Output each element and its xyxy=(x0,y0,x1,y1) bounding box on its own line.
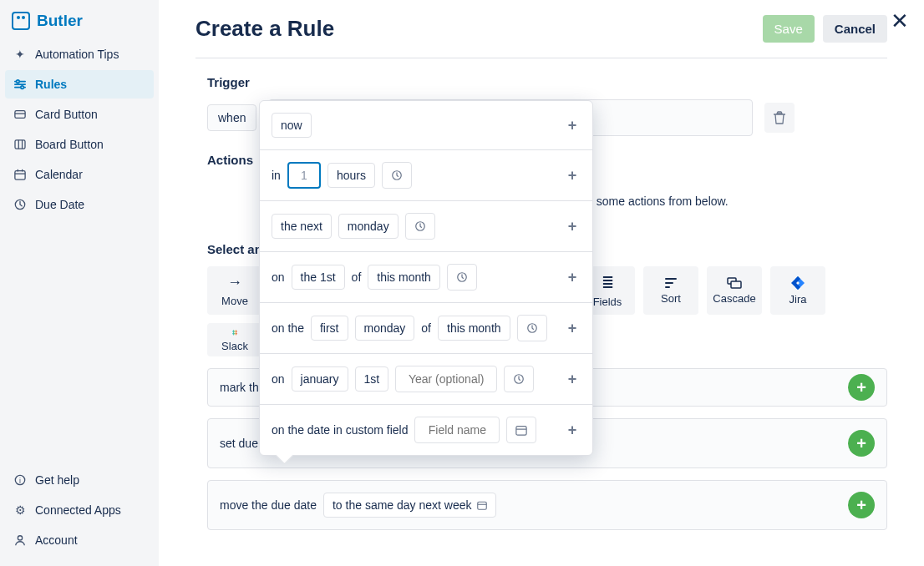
category-sort[interactable]: Sort xyxy=(643,266,698,315)
sidebar-item-label: Rules xyxy=(35,78,67,91)
close-icon[interactable]: ✕ xyxy=(891,8,909,34)
chip-this-month[interactable]: this month xyxy=(438,316,510,341)
label-custom-field: on the date in custom field xyxy=(272,423,408,437)
chip-monday[interactable]: monday xyxy=(338,214,399,239)
action-text: set due xyxy=(220,437,258,450)
slack-icon: ⌗ xyxy=(232,327,237,338)
popover-row-on-date: on january 1st + xyxy=(260,354,592,405)
clock-chip[interactable] xyxy=(382,162,412,189)
category-slack[interactable]: ⌗ Slack xyxy=(207,323,262,356)
sidebar-item-apps[interactable]: ⚙ Connected Apps xyxy=(5,496,154,524)
chip-year[interactable] xyxy=(395,366,497,392)
sidebar-item-label: Calendar xyxy=(35,168,83,181)
sidebar-item-due-date[interactable]: Due Date xyxy=(5,190,154,219)
chip-monday[interactable]: monday xyxy=(355,316,415,341)
svg-text:i: i xyxy=(19,477,21,485)
sidebar-item-account[interactable]: Account xyxy=(5,526,154,554)
save-button[interactable]: Save xyxy=(763,15,815,43)
chip-number-input[interactable] xyxy=(287,162,321,189)
card-icon xyxy=(13,108,27,121)
svg-rect-4 xyxy=(15,140,25,149)
svg-rect-2 xyxy=(15,111,25,119)
add-option-button[interactable]: + xyxy=(564,218,581,235)
popover-row-in-hours: in hours + xyxy=(260,150,592,201)
board-icon xyxy=(13,138,27,151)
hours-value-input[interactable] xyxy=(297,168,312,183)
chip-the-1st[interactable]: the 1st xyxy=(292,265,345,290)
brand-title: Butler xyxy=(37,12,83,30)
add-action-button[interactable]: + xyxy=(848,374,875,401)
sidebar-item-card-button[interactable]: Card Button xyxy=(5,100,154,129)
field-name-input[interactable] xyxy=(424,422,490,437)
sidebar-item-label: Connected Apps xyxy=(35,503,121,517)
jira-icon xyxy=(791,276,805,290)
label-in: in xyxy=(272,169,281,182)
clock-chip[interactable] xyxy=(405,213,435,240)
svg-point-14 xyxy=(18,536,22,540)
cancel-button[interactable]: Cancel xyxy=(823,15,887,43)
add-option-button[interactable]: + xyxy=(564,371,581,387)
clock-chip[interactable] xyxy=(504,366,534,392)
svg-rect-16 xyxy=(731,281,741,288)
nav-bottom: i Get help ⚙ Connected Apps Account xyxy=(5,466,154,554)
chip-hours[interactable]: hours xyxy=(327,163,375,188)
add-action-button[interactable]: + xyxy=(848,492,875,518)
trigger-label: Trigger xyxy=(207,75,887,89)
category-jira[interactable]: Jira xyxy=(770,266,825,315)
label-of: of xyxy=(421,321,431,335)
clock-icon xyxy=(13,198,27,211)
sidebar-item-tips[interactable]: ✦ Automation Tips xyxy=(5,40,154,68)
brand: Butler xyxy=(5,12,154,40)
svg-point-0 xyxy=(17,80,20,83)
add-option-button[interactable]: + xyxy=(564,269,581,286)
move-due-token[interactable]: to the same day next week xyxy=(323,493,496,518)
help-icon: i xyxy=(13,473,27,487)
svg-rect-19 xyxy=(477,502,486,509)
sidebar-item-board-button[interactable]: Board Button xyxy=(5,130,154,159)
clock-icon xyxy=(523,319,541,337)
category-label: Cascade xyxy=(713,292,755,305)
sidebar-item-label: Account xyxy=(35,533,78,547)
chip-this-month[interactable]: this month xyxy=(368,265,440,290)
label-on: on xyxy=(272,270,285,284)
add-option-button[interactable]: + xyxy=(564,117,581,134)
actions-placeholder-text: Add some actions from below. xyxy=(572,195,729,208)
popover-row-next-day: the next monday + xyxy=(260,201,592,252)
add-option-button[interactable]: + xyxy=(564,320,581,336)
popover-row-on-1st: on the 1st of this month + xyxy=(260,252,592,303)
chip-field-name[interactable] xyxy=(414,417,500,443)
label-of: of xyxy=(352,270,362,284)
chip-now[interactable]: now xyxy=(272,113,312,138)
when-pill: when xyxy=(207,104,256,131)
calendar-icon xyxy=(13,168,27,181)
add-action-button[interactable]: + xyxy=(848,430,875,457)
add-option-button[interactable]: + xyxy=(564,167,581,184)
sidebar-item-calendar[interactable]: Calendar xyxy=(5,160,154,189)
category-label: Move xyxy=(221,295,248,307)
popover-row-on-the-first-monday: on the first monday of this month + xyxy=(260,303,592,354)
svg-rect-7 xyxy=(15,171,25,180)
clock-chip[interactable] xyxy=(517,315,547,341)
chip-the-next[interactable]: the next xyxy=(272,214,332,239)
token-label: to the same day next week xyxy=(333,498,472,512)
sidebar-item-rules[interactable]: Rules xyxy=(5,70,154,99)
sidebar-item-help[interactable]: i Get help xyxy=(5,466,154,494)
butler-icon xyxy=(12,12,30,30)
calendar-chip[interactable] xyxy=(506,417,536,443)
popover-row-custom-field: on the date in custom field + xyxy=(260,405,592,455)
chip-january[interactable]: january xyxy=(292,366,348,392)
chip-first[interactable]: first xyxy=(311,316,348,341)
header-actions: Save Cancel xyxy=(763,15,887,43)
category-move[interactable]: → Move xyxy=(207,266,262,315)
action-card-move-due: move the due date to the same day next w… xyxy=(207,480,887,530)
clock-chip[interactable] xyxy=(447,264,477,291)
label-on-the: on the xyxy=(272,321,304,335)
category-cascade[interactable]: Cascade xyxy=(707,266,762,315)
add-option-button[interactable]: + xyxy=(564,422,581,438)
year-input[interactable] xyxy=(404,371,488,387)
chip-1st[interactable]: 1st xyxy=(355,366,389,392)
category-label: Jira xyxy=(789,293,807,306)
sidebar-item-label: Card Button xyxy=(35,108,98,121)
svg-point-1 xyxy=(21,86,24,89)
delete-trigger-button[interactable] xyxy=(764,103,795,133)
